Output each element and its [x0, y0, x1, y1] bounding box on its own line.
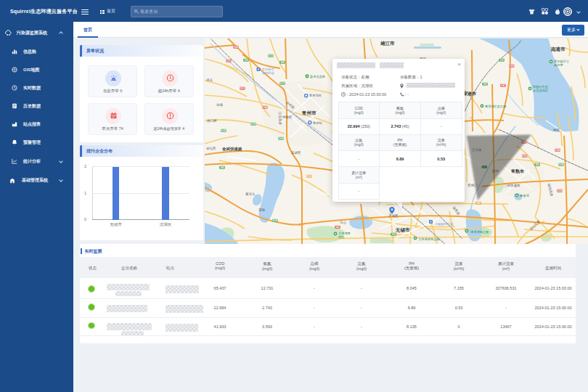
svg-text:G524: G524: [522, 155, 527, 158]
svg-text:洪庄: 洪庄: [206, 78, 213, 82]
svg-text:港区: 港区: [552, 128, 560, 132]
svg-text:G233: G233: [226, 60, 231, 62]
svg-text:S239: S239: [251, 123, 256, 126]
svg-text:S19: S19: [473, 125, 477, 128]
svg-text:S19: S19: [391, 233, 396, 236]
svg-text:G40: G40: [501, 84, 505, 87]
svg-text:农业旅游区: 农业旅游区: [533, 89, 549, 92]
svg-text:雪堰: 雪堰: [258, 208, 266, 212]
svg-text:S342: S342: [279, 137, 284, 140]
svg-text:常州北站: 常州北站: [309, 94, 322, 97]
svg-text:无锡市: 无锡市: [395, 227, 410, 233]
svg-text:常熟市: 常熟市: [511, 168, 524, 174]
svg-text:三环快速路: 三环快速路: [504, 183, 520, 187]
svg-text:S19: S19: [499, 59, 504, 62]
svg-text:钟楼区: 钟楼区: [282, 115, 293, 119]
svg-text:S29: S29: [483, 83, 487, 86]
svg-text:黄河头: 黄河头: [245, 192, 256, 196]
svg-text:南通市: 南通市: [550, 46, 565, 52]
svg-text:江宜高速: 江宜高速: [278, 112, 282, 126]
svg-text:金坛区: 金坛区: [206, 146, 216, 150]
svg-text:滨湖区: 滨湖区: [388, 213, 399, 218]
svg-text:S58: S58: [535, 163, 539, 166]
svg-text:G346: G346: [233, 46, 238, 49]
svg-text:新龙生态林: 新龙生态林: [310, 75, 326, 78]
svg-text:S342: S342: [273, 219, 278, 222]
svg-text:S58: S58: [476, 202, 481, 205]
svg-text:S230: S230: [307, 175, 312, 178]
svg-text:G312: G312: [240, 87, 245, 90]
svg-text:S48: S48: [280, 61, 285, 64]
svg-text:靖江市: 靖江市: [380, 41, 395, 46]
svg-text:S121: S121: [280, 82, 285, 85]
svg-text:风光带: 风光带: [554, 63, 563, 67]
svg-text:G346: G346: [262, 106, 267, 109]
svg-text:G42: G42: [335, 226, 340, 229]
svg-text:S39: S39: [244, 59, 248, 62]
svg-text:金武快速路: 金武快速路: [221, 147, 242, 152]
svg-text:假区: 假区: [338, 235, 345, 239]
svg-text:武进区: 武进区: [291, 150, 301, 155]
svg-text:连墙: 连墙: [216, 103, 224, 107]
svg-text:大溪港湿地公园: 大溪港湿地公园: [418, 237, 439, 241]
svg-text:S240: S240: [221, 129, 226, 132]
svg-text:S48: S48: [220, 166, 224, 169]
svg-text:常州市: 常州市: [302, 110, 317, 115]
svg-text:G346: G346: [555, 149, 560, 152]
svg-text:S122: S122: [269, 54, 274, 57]
svg-text:马山: 马山: [340, 221, 346, 224]
svg-text:常州站: 常州站: [313, 121, 322, 125]
svg-text:G204: G204: [509, 65, 514, 68]
svg-text:G204: G204: [557, 189, 562, 192]
svg-text:漕湖湿地公园: 漕湖湿地公园: [470, 230, 489, 234]
svg-text:S342: S342: [559, 163, 564, 166]
svg-text:闸口樨: 闸口樨: [207, 118, 217, 123]
svg-text:昆承湖: 昆承湖: [520, 194, 529, 197]
svg-text:黄泗浦生态公园: 黄泗浦生态公园: [485, 105, 506, 108]
